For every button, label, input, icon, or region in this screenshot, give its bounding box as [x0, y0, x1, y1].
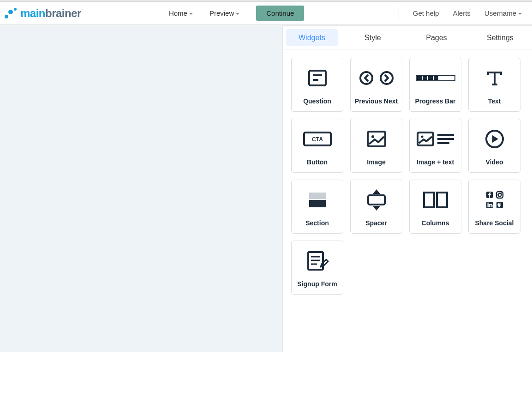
widget-prev-next[interactable]: Previous Next	[350, 58, 402, 112]
username-label: Username	[484, 9, 516, 17]
question-icon	[292, 58, 343, 97]
svg-rect-32	[496, 192, 503, 198]
widget-section[interactable]: Section	[291, 180, 343, 234]
widget-label: Image	[367, 158, 385, 172]
svg-rect-27	[368, 195, 385, 205]
svg-point-1	[8, 10, 13, 14]
text-icon	[469, 58, 520, 97]
widget-label: Spacer	[365, 219, 387, 233]
widget-label: Question	[303, 97, 331, 111]
preview-label: Preview	[209, 9, 234, 17]
widget-image-text[interactable]: Image + text	[409, 119, 461, 173]
svg-marker-26	[373, 189, 380, 194]
widget-label: Image + text	[417, 158, 454, 172]
svg-point-2	[5, 15, 8, 18]
spacer-icon	[351, 180, 402, 219]
svg-rect-12	[434, 76, 438, 80]
tab-pages[interactable]: Pages	[405, 26, 468, 49]
widget-label: Previous Next	[355, 97, 398, 111]
svg-point-33	[498, 193, 501, 196]
logo-text: mainbrainer	[20, 7, 81, 20]
widget-label: Text	[488, 97, 501, 111]
section-icon	[292, 180, 343, 219]
home-menu[interactable]: Home	[169, 9, 193, 17]
widget-label: Progress Bar	[415, 97, 456, 111]
canvas-area[interactable]	[0, 25, 283, 352]
widget-label: Share Social	[475, 219, 514, 233]
svg-rect-25	[309, 200, 326, 207]
svg-marker-28	[373, 206, 380, 211]
svg-point-18	[421, 135, 423, 138]
nav-right: Get help Alerts Username	[399, 6, 526, 20]
svg-rect-11	[428, 76, 433, 80]
widget-label: Signup Form	[297, 280, 337, 294]
svg-rect-3	[309, 71, 326, 85]
svg-rect-36	[487, 204, 489, 207]
svg-rect-24	[309, 193, 326, 199]
widget-text[interactable]: Text	[468, 58, 520, 112]
svg-rect-9	[417, 76, 422, 80]
caret-down-icon	[189, 13, 193, 15]
widget-columns[interactable]: Columns	[409, 180, 461, 234]
logo-dots-icon	[5, 7, 18, 19]
svg-rect-30	[437, 193, 447, 207]
image-icon	[351, 119, 402, 158]
video-icon	[469, 119, 520, 158]
tab-style[interactable]: Style	[341, 26, 405, 49]
share-social-icon	[469, 180, 520, 219]
widget-progress-bar[interactable]: Progress Bar	[409, 58, 461, 112]
svg-text:CTA: CTA	[312, 136, 323, 143]
widget-signup-form[interactable]: Signup Form	[291, 241, 343, 295]
tab-widgets[interactable]: Widgets	[286, 29, 338, 46]
nav-center: Home Preview Continue	[169, 6, 304, 21]
svg-marker-23	[492, 135, 498, 143]
svg-rect-29	[424, 193, 434, 207]
username-menu[interactable]: Username	[484, 9, 522, 17]
svg-point-6	[360, 72, 372, 84]
signup-form-icon	[292, 241, 343, 280]
widget-video[interactable]: Video	[468, 119, 520, 173]
svg-point-16	[371, 135, 374, 138]
svg-rect-10	[423, 76, 427, 80]
progress-bar-icon	[410, 58, 461, 97]
widget-share-social[interactable]: Share Social	[468, 180, 520, 234]
svg-point-34	[501, 192, 502, 193]
preview-menu[interactable]: Preview	[209, 9, 239, 17]
continue-button[interactable]: Continue	[256, 6, 304, 21]
alerts-link[interactable]: Alerts	[453, 9, 470, 17]
side-panel: Widgets Style Pages Settings Question Pr…	[283, 25, 532, 416]
get-help-link[interactable]: Get help	[413, 9, 439, 17]
image-text-icon	[410, 119, 461, 158]
tab-settings[interactable]: Settings	[468, 26, 532, 49]
main: Widgets Style Pages Settings Question Pr…	[0, 25, 532, 416]
svg-point-37	[487, 202, 489, 204]
widget-question[interactable]: Question	[291, 58, 343, 112]
widget-label: Video	[486, 158, 503, 172]
tabs: Widgets Style Pages Settings	[283, 26, 532, 49]
header: mainbrainer Home Preview Continue Get he…	[0, 2, 532, 25]
button-icon: CTA	[292, 119, 343, 158]
widget-button[interactable]: CTA Button	[291, 119, 343, 173]
widget-label: Button	[307, 158, 328, 172]
svg-point-7	[381, 72, 393, 84]
caret-down-icon	[518, 13, 522, 15]
columns-icon	[410, 180, 461, 219]
divider	[399, 6, 399, 20]
logo[interactable]: mainbrainer	[4, 7, 81, 20]
widget-image[interactable]: Image	[350, 119, 402, 173]
caret-down-icon	[236, 13, 239, 15]
widget-label: Columns	[422, 219, 449, 233]
widget-spacer[interactable]: Spacer	[350, 180, 402, 234]
prev-next-icon	[351, 58, 402, 97]
widget-grid: Question Previous Next Progress Bar Text	[283, 49, 532, 303]
svg-point-0	[14, 8, 17, 11]
widget-label: Section	[305, 219, 329, 233]
home-label: Home	[169, 9, 187, 17]
